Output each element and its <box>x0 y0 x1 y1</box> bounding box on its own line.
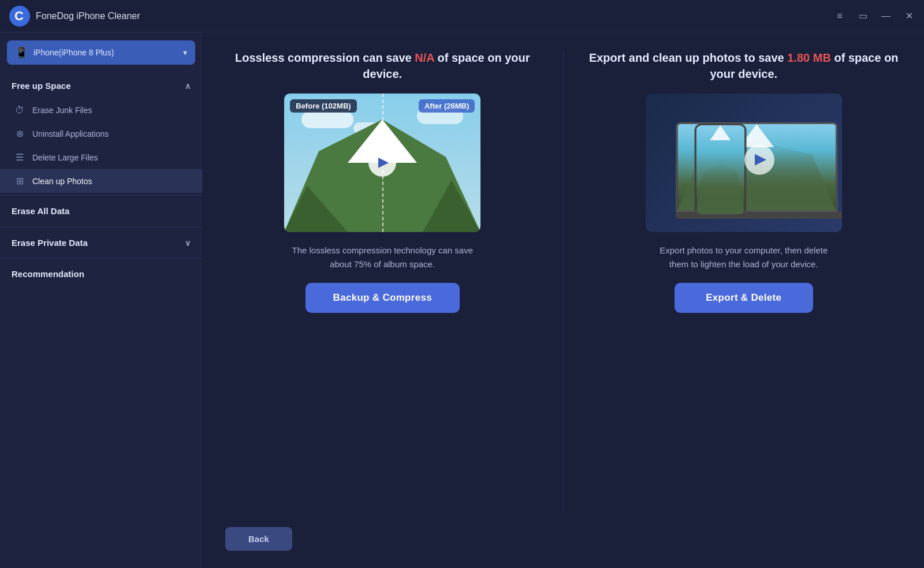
play-button-left[interactable] <box>368 149 396 177</box>
app-body: 📱 iPhone(iPhone 8 Plus) ▾ Free up Space … <box>0 32 924 568</box>
title-bar: C FoneDog iPhone Cleaner ≡ ▭ — ✕ <box>0 0 924 32</box>
sidebar-item-label-delete-large: Delete Large Files <box>32 153 98 162</box>
sidebar-label-recommendation: Recommendation <box>12 269 84 279</box>
phone-snow <box>710 125 731 140</box>
sidebar-section-label-free-up-space: Free up Space <box>12 81 71 91</box>
compress-desc: The lossless compression technology can … <box>290 244 475 271</box>
play-button-right[interactable] <box>744 145 774 175</box>
photos-icon: ⊞ <box>14 175 25 186</box>
phone <box>694 124 746 216</box>
app-logo: C <box>9 6 30 27</box>
sidebar-label-erase-all: Erase All Data <box>12 206 69 216</box>
close-button[interactable]: ✕ <box>903 10 915 22</box>
device-icon: 📱 <box>15 46 28 59</box>
chevron-down-icon-private: ∨ <box>185 238 191 248</box>
sidebar-item-label-erase-junk: Erase Junk Files <box>32 106 92 115</box>
clock-icon: ⏱ <box>14 105 25 115</box>
device-illustration <box>646 94 842 232</box>
compress-card-title: Lossless compression can save N/A of spa… <box>225 50 540 82</box>
cards-row: Lossless compression can save N/A of spa… <box>225 50 901 513</box>
export-desc: Export photos to your computer, then del… <box>651 244 836 271</box>
export-title-highlight: 1.80 MB <box>787 51 831 64</box>
sidebar-item-erase-junk[interactable]: ⏱ Erase Junk Files <box>0 99 202 122</box>
chevron-down-icon: ▾ <box>183 48 187 57</box>
sidebar-section-erase-all[interactable]: Erase All Data <box>0 198 202 225</box>
compress-title-highlight: N/A <box>415 51 434 64</box>
label-before: Before (102MB) <box>290 99 356 113</box>
backup-compress-button[interactable]: Backup & Compress <box>305 283 460 313</box>
compress-card: Lossless compression can save N/A of spa… <box>225 50 540 513</box>
bottom-bar: Back <box>225 513 901 551</box>
sidebar-item-label-clean-photos: Clean up Photos <box>32 177 92 186</box>
phone-screen <box>696 125 744 214</box>
chevron-up-icon: ∧ <box>185 81 191 91</box>
compress-title-start: Lossless compression can save <box>235 51 415 64</box>
list-icon: ☰ <box>14 152 25 163</box>
export-card: Export and clean up photos to save 1.80 … <box>587 50 901 513</box>
cards-divider <box>563 50 564 513</box>
export-card-title: Export and clean up photos to save 1.80 … <box>587 50 901 82</box>
export-image <box>646 94 842 232</box>
svg-text:C: C <box>14 9 24 23</box>
device-selector[interactable]: 📱 iPhone(iPhone 8 Plus) ▾ <box>7 40 195 65</box>
apps-icon: ⊗ <box>14 128 25 139</box>
export-delete-button[interactable]: Export & Delete <box>675 283 813 313</box>
sidebar-divider-3 <box>0 258 202 259</box>
app-title: FoneDog iPhone Cleaner <box>36 11 834 21</box>
main-content: Lossless compression can save N/A of spa… <box>202 32 924 568</box>
menu-icon[interactable]: ≡ <box>834 10 845 22</box>
chat-icon[interactable]: ▭ <box>857 10 869 22</box>
sidebar-item-label-uninstall: Uninstall Applications <box>32 129 109 139</box>
back-button[interactable]: Back <box>225 527 292 551</box>
sidebar-section-free-up-space: Free up Space ∧ ⏱ Erase Junk Files ⊗ Uni… <box>0 73 202 193</box>
sidebar-section-header-free-up-space[interactable]: Free up Space ∧ <box>0 73 202 99</box>
minimize-button[interactable]: — <box>880 10 892 22</box>
phone-mountain <box>696 162 744 214</box>
sidebar: 📱 iPhone(iPhone 8 Plus) ▾ Free up Space … <box>0 32 202 568</box>
compress-image: Before (102MB) After (26MB) <box>284 94 480 232</box>
sidebar-item-uninstall-apps[interactable]: ⊗ Uninstall Applications <box>0 122 202 145</box>
sidebar-item-clean-photos[interactable]: ⊞ Clean up Photos <box>0 169 202 193</box>
sidebar-section-recommendation[interactable]: Recommendation <box>0 261 202 287</box>
window-controls: ≡ ▭ — ✕ <box>834 10 915 22</box>
export-title-start: Export and clean up photos to save <box>589 51 787 64</box>
label-after: After (26MB) <box>419 99 475 113</box>
sidebar-divider-1 <box>0 195 202 196</box>
sidebar-item-delete-large[interactable]: ☰ Delete Large Files <box>0 145 202 169</box>
device-name: iPhone(iPhone 8 Plus) <box>33 48 177 57</box>
sidebar-divider-2 <box>0 227 202 227</box>
sidebar-label-erase-private: Erase Private Data <box>12 238 88 248</box>
sidebar-section-erase-private[interactable]: Erase Private Data ∨ <box>0 230 202 256</box>
